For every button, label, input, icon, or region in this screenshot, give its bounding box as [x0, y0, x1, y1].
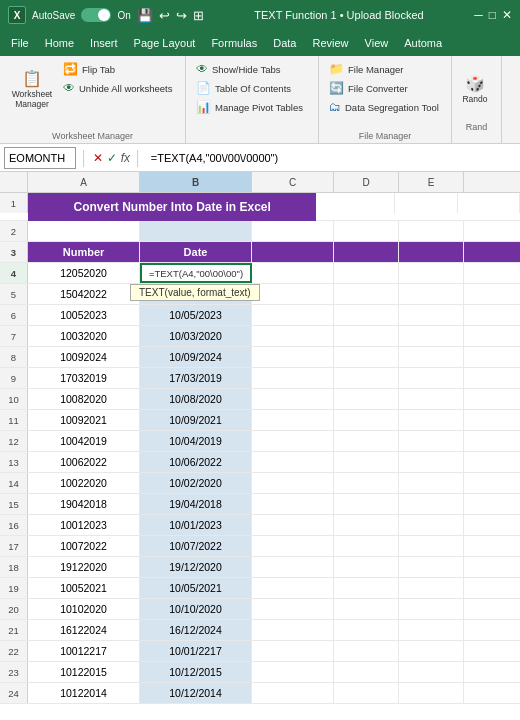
cell-b[interactable]: 10/12/2014 — [140, 683, 252, 703]
autosave-toggle[interactable] — [81, 8, 111, 22]
cell-e[interactable] — [399, 683, 464, 703]
cell-e[interactable] — [399, 473, 464, 493]
cell-a[interactable]: 10022020 — [28, 473, 140, 493]
cell-c[interactable] — [252, 641, 334, 661]
pivot-button[interactable]: 📊 Manage Pivot Tables — [192, 98, 312, 116]
cell-b[interactable]: 16/12/2024 — [140, 620, 252, 640]
cell-a[interactable]: 10052023 — [28, 305, 140, 325]
cell-a[interactable]: 17032019 — [28, 368, 140, 388]
cell-b[interactable]: 10/01/2217 — [140, 641, 252, 661]
cell-c[interactable] — [252, 431, 334, 451]
cell-3e[interactable] — [399, 242, 464, 262]
cell-2c[interactable] — [252, 221, 334, 241]
cell-b[interactable]: 17/03/2019 — [140, 368, 252, 388]
cell-5a[interactable]: 15042022 — [28, 284, 140, 304]
cell-a[interactable]: 10092021 — [28, 410, 140, 430]
cell-d[interactable] — [334, 347, 399, 367]
cell-e[interactable] — [399, 494, 464, 514]
cell-c[interactable] — [252, 536, 334, 556]
formula-input[interactable] — [147, 150, 516, 166]
cell-a[interactable]: 10102020 — [28, 599, 140, 619]
cell-d[interactable] — [334, 515, 399, 535]
save-icon[interactable]: 💾 — [137, 8, 153, 23]
cell-c[interactable] — [252, 473, 334, 493]
cell-4d[interactable] — [334, 263, 399, 283]
cell-c[interactable] — [252, 494, 334, 514]
col-header-e[interactable]: E — [399, 172, 464, 192]
cell-a[interactable]: 10032020 — [28, 326, 140, 346]
cell-c[interactable] — [252, 620, 334, 640]
cell-d[interactable] — [334, 578, 399, 598]
cell-d[interactable] — [334, 410, 399, 430]
toc-button[interactable]: 📄 Table Of Contents — [192, 79, 312, 97]
cell-b[interactable]: 10/10/2020 — [140, 599, 252, 619]
cell-b[interactable]: 10/06/2022 — [140, 452, 252, 472]
cell-a[interactable]: 10062022 — [28, 452, 140, 472]
cell-b[interactable]: 10/12/2015 — [140, 662, 252, 682]
cell-b[interactable]: 10/01/2023 — [140, 515, 252, 535]
cell-b[interactable]: 10/07/2022 — [140, 536, 252, 556]
cell-d[interactable] — [334, 326, 399, 346]
cell-d[interactable] — [334, 305, 399, 325]
cell-2e[interactable] — [399, 221, 464, 241]
cell-5d[interactable] — [334, 284, 399, 304]
header-date[interactable]: Date — [140, 242, 252, 262]
cell-e[interactable] — [399, 410, 464, 430]
cell-c[interactable] — [252, 368, 334, 388]
formula-confirm-icon[interactable]: ✓ — [107, 151, 117, 165]
cell-2b[interactable] — [140, 221, 252, 241]
cell-e[interactable] — [399, 305, 464, 325]
cell-e[interactable] — [399, 431, 464, 451]
cell-5c[interactable] — [252, 284, 334, 304]
cell-b[interactable]: 10/09/2024 — [140, 347, 252, 367]
menu-data[interactable]: Data — [266, 34, 303, 52]
cell-a[interactable]: 10012023 — [28, 515, 140, 535]
redo-icon[interactable]: ↪ — [176, 8, 187, 23]
cell-c[interactable] — [252, 452, 334, 472]
file-converter-button[interactable]: 🔄 File Converter — [325, 79, 445, 97]
cell-b[interactable]: 10/02/2020 — [140, 473, 252, 493]
cell-3d[interactable] — [334, 242, 399, 262]
cell-c[interactable] — [252, 326, 334, 346]
cell-c[interactable] — [252, 599, 334, 619]
cell-4e[interactable] — [399, 263, 464, 283]
minimize-icon[interactable]: ─ — [474, 8, 483, 22]
cell-4c[interactable] — [252, 263, 334, 283]
cell-a[interactable]: 10082020 — [28, 389, 140, 409]
cell-c[interactable] — [252, 557, 334, 577]
cell-c[interactable] — [252, 662, 334, 682]
unhide-button[interactable]: 👁 Unhide All worksheets — [59, 79, 179, 97]
col-header-c[interactable]: C — [252, 172, 334, 192]
cell-c[interactable] — [252, 515, 334, 535]
cell-e[interactable] — [399, 557, 464, 577]
cell-c[interactable] — [252, 683, 334, 703]
header-number[interactable]: Number — [28, 242, 140, 262]
menu-review[interactable]: Review — [305, 34, 355, 52]
cell-5e[interactable] — [399, 284, 464, 304]
cell-b[interactable]: 19/12/2020 — [140, 557, 252, 577]
cell-d[interactable] — [334, 473, 399, 493]
cell-b[interactable]: 10/04/2019 — [140, 431, 252, 451]
cell-e[interactable] — [399, 347, 464, 367]
col-header-b[interactable]: B — [140, 172, 252, 192]
cell-b[interactable]: 10/03/2020 — [140, 326, 252, 346]
cell-e[interactable] — [399, 452, 464, 472]
maximize-icon[interactable]: □ — [489, 8, 496, 22]
cell-1d[interactable] — [395, 193, 457, 213]
menu-formulas[interactable]: Formulas — [204, 34, 264, 52]
cell-1c[interactable] — [316, 193, 395, 213]
col-header-d[interactable]: D — [334, 172, 399, 192]
grid-icon[interactable]: ⊞ — [193, 8, 204, 23]
menu-home[interactable]: Home — [38, 34, 81, 52]
cell-e[interactable] — [399, 578, 464, 598]
cell-a[interactable]: 10092024 — [28, 347, 140, 367]
cell-d[interactable] — [334, 557, 399, 577]
cell-a[interactable]: 10122015 — [28, 662, 140, 682]
cell-e[interactable] — [399, 620, 464, 640]
close-icon[interactable]: ✕ — [502, 8, 512, 22]
cell-1e[interactable] — [458, 193, 520, 213]
cell-a[interactable]: 10122014 — [28, 683, 140, 703]
cell-d[interactable] — [334, 431, 399, 451]
col-header-a[interactable]: A — [28, 172, 140, 192]
cell-3c[interactable] — [252, 242, 334, 262]
